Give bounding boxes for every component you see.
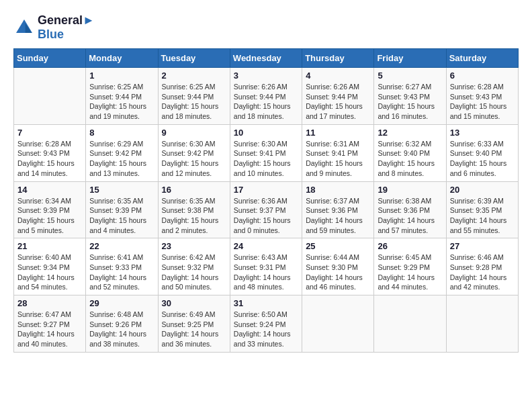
day-number: 6 [450,71,515,81]
day-info: Sunrise: 6:25 AMSunset: 9:44 PMDaylight:… [89,82,154,122]
calendar-cell: 10Sunrise: 6:30 AMSunset: 9:41 PMDayligh… [230,124,302,181]
weekday-header-row: SundayMondayTuesdayWednesdayThursdayFrid… [14,49,519,68]
calendar-cell [302,295,374,353]
day-info: Sunrise: 6:36 AMSunset: 9:37 PMDaylight:… [234,196,298,236]
calendar-cell: 12Sunrise: 6:32 AMSunset: 9:40 PMDayligh… [374,124,446,181]
calendar-cell: 18Sunrise: 6:37 AMSunset: 9:36 PMDayligh… [302,181,374,238]
day-info: Sunrise: 6:30 AMSunset: 9:41 PMDaylight:… [234,139,298,179]
calendar-cell: 19Sunrise: 6:38 AMSunset: 9:36 PMDayligh… [374,181,446,238]
calendar-cell: 31Sunrise: 6:50 AMSunset: 9:24 PMDayligh… [230,295,302,353]
calendar-cell [446,295,518,353]
day-number: 15 [89,185,154,195]
week-row-5: 28Sunrise: 6:47 AMSunset: 9:27 PMDayligh… [14,295,519,353]
day-number: 9 [162,128,226,138]
weekday-header-thursday: Thursday [302,49,374,68]
calendar-cell: 5Sunrise: 6:27 AMSunset: 9:43 PMDaylight… [374,68,446,125]
calendar-cell: 30Sunrise: 6:49 AMSunset: 9:25 PMDayligh… [158,295,230,353]
day-number: 16 [162,185,226,195]
weekday-header-wednesday: Wednesday [230,49,302,68]
day-info: Sunrise: 6:47 AMSunset: 9:27 PMDaylight:… [17,310,82,349]
calendar-cell: 24Sunrise: 6:43 AMSunset: 9:31 PMDayligh… [230,238,302,295]
day-info: Sunrise: 6:42 AMSunset: 9:32 PMDaylight:… [162,253,226,292]
day-info: Sunrise: 6:43 AMSunset: 9:31 PMDaylight:… [234,253,298,292]
calendar-cell: 14Sunrise: 6:34 AMSunset: 9:39 PMDayligh… [14,181,86,238]
day-info: Sunrise: 6:26 AMSunset: 9:44 PMDaylight:… [234,82,298,122]
calendar-cell: 1Sunrise: 6:25 AMSunset: 9:44 PMDaylight… [86,68,158,125]
page-header: General► Blue [13,13,519,42]
calendar-cell: 11Sunrise: 6:31 AMSunset: 9:41 PMDayligh… [302,124,374,181]
day-number: 10 [234,128,298,138]
day-number: 21 [17,241,82,251]
day-number: 3 [234,71,298,81]
day-info: Sunrise: 6:50 AMSunset: 9:24 PMDaylight:… [234,310,298,349]
day-number: 31 [234,298,298,308]
calendar-cell: 29Sunrise: 6:48 AMSunset: 9:26 PMDayligh… [86,295,158,353]
logo-icon [13,17,35,38]
day-number: 29 [89,298,154,308]
week-row-3: 14Sunrise: 6:34 AMSunset: 9:39 PMDayligh… [14,181,519,238]
day-number: 7 [17,128,82,138]
day-number: 13 [450,128,515,138]
calendar-cell: 27Sunrise: 6:46 AMSunset: 9:28 PMDayligh… [446,238,518,295]
week-row-1: 1Sunrise: 6:25 AMSunset: 9:44 PMDaylight… [14,68,519,125]
day-number: 2 [162,71,226,81]
calendar-cell: 26Sunrise: 6:45 AMSunset: 9:29 PMDayligh… [374,238,446,295]
calendar-cell: 4Sunrise: 6:26 AMSunset: 9:44 PMDaylight… [302,68,374,125]
day-info: Sunrise: 6:34 AMSunset: 9:39 PMDaylight:… [17,196,82,236]
calendar-cell: 3Sunrise: 6:26 AMSunset: 9:44 PMDaylight… [230,68,302,125]
calendar-cell: 6Sunrise: 6:28 AMSunset: 9:43 PMDaylight… [446,68,518,125]
day-number: 25 [306,241,370,251]
calendar-cell: 25Sunrise: 6:44 AMSunset: 9:30 PMDayligh… [302,238,374,295]
day-number: 12 [378,128,442,138]
day-number: 30 [162,298,226,308]
calendar-cell: 20Sunrise: 6:39 AMSunset: 9:35 PMDayligh… [446,181,518,238]
calendar-table: SundayMondayTuesdayWednesdayThursdayFrid… [13,48,519,353]
weekday-header-friday: Friday [374,49,446,68]
day-info: Sunrise: 6:35 AMSunset: 9:38 PMDaylight:… [162,196,226,236]
day-number: 4 [306,71,370,81]
weekday-header-sunday: Sunday [14,49,86,68]
day-number: 22 [89,241,154,251]
day-number: 8 [89,128,154,138]
calendar-cell: 8Sunrise: 6:29 AMSunset: 9:42 PMDaylight… [86,124,158,181]
calendar-cell: 15Sunrise: 6:35 AMSunset: 9:39 PMDayligh… [86,181,158,238]
day-number: 18 [306,185,370,195]
day-info: Sunrise: 6:28 AMSunset: 9:43 PMDaylight:… [17,139,82,179]
day-info: Sunrise: 6:41 AMSunset: 9:33 PMDaylight:… [89,253,154,292]
calendar-cell: 21Sunrise: 6:40 AMSunset: 9:34 PMDayligh… [14,238,86,295]
week-row-4: 21Sunrise: 6:40 AMSunset: 9:34 PMDayligh… [14,238,519,295]
day-number: 27 [450,241,515,251]
day-info: Sunrise: 6:27 AMSunset: 9:43 PMDaylight:… [378,82,442,122]
day-number: 5 [378,71,442,81]
day-info: Sunrise: 6:40 AMSunset: 9:34 PMDaylight:… [17,253,82,292]
day-number: 23 [162,241,226,251]
day-info: Sunrise: 6:29 AMSunset: 9:42 PMDaylight:… [89,139,154,179]
week-row-2: 7Sunrise: 6:28 AMSunset: 9:43 PMDaylight… [14,124,519,181]
day-number: 17 [234,185,298,195]
day-info: Sunrise: 6:30 AMSunset: 9:42 PMDaylight:… [162,139,226,179]
calendar-cell [14,68,86,125]
calendar-cell: 23Sunrise: 6:42 AMSunset: 9:32 PMDayligh… [158,238,230,295]
day-info: Sunrise: 6:25 AMSunset: 9:44 PMDaylight:… [162,82,226,122]
day-number: 20 [450,185,515,195]
day-number: 14 [17,185,82,195]
day-info: Sunrise: 6:48 AMSunset: 9:26 PMDaylight:… [89,310,154,349]
day-info: Sunrise: 6:46 AMSunset: 9:28 PMDaylight:… [450,253,515,292]
day-number: 11 [306,128,370,138]
calendar-cell: 13Sunrise: 6:33 AMSunset: 9:40 PMDayligh… [446,124,518,181]
weekday-header-tuesday: Tuesday [158,49,230,68]
calendar-cell: 7Sunrise: 6:28 AMSunset: 9:43 PMDaylight… [14,124,86,181]
day-info: Sunrise: 6:39 AMSunset: 9:35 PMDaylight:… [450,196,515,236]
calendar-cell: 2Sunrise: 6:25 AMSunset: 9:44 PMDaylight… [158,68,230,125]
day-info: Sunrise: 6:26 AMSunset: 9:44 PMDaylight:… [306,82,370,122]
day-info: Sunrise: 6:33 AMSunset: 9:40 PMDaylight:… [450,139,515,179]
day-info: Sunrise: 6:38 AMSunset: 9:36 PMDaylight:… [378,196,442,236]
calendar-cell: 28Sunrise: 6:47 AMSunset: 9:27 PMDayligh… [14,295,86,353]
day-info: Sunrise: 6:35 AMSunset: 9:39 PMDaylight:… [89,196,154,236]
day-info: Sunrise: 6:49 AMSunset: 9:25 PMDaylight:… [162,310,226,349]
day-number: 26 [378,241,442,251]
day-number: 24 [234,241,298,251]
day-info: Sunrise: 6:32 AMSunset: 9:40 PMDaylight:… [378,139,442,179]
day-info: Sunrise: 6:31 AMSunset: 9:41 PMDaylight:… [306,139,370,179]
day-number: 19 [378,185,442,195]
